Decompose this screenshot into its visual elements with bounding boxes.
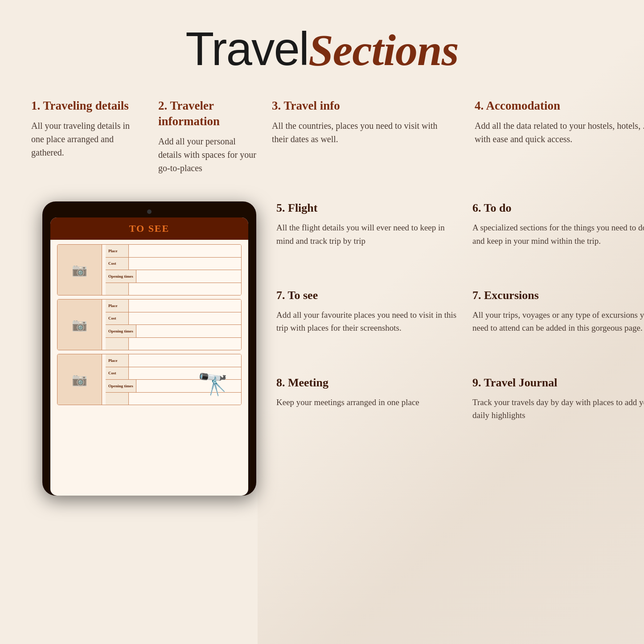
tablet-device: TO SEE DETAILS INFO TRAVEL ACCOMODATION … bbox=[42, 201, 256, 496]
title-area: TravelSections bbox=[31, 22, 613, 76]
value-place-1 bbox=[129, 245, 241, 257]
label-place-1: Place bbox=[106, 245, 129, 257]
camera-icon-2: 📷 bbox=[72, 317, 87, 332]
section-2-title: 2. Traveler information bbox=[158, 98, 258, 129]
field-opening-1: Opening times bbox=[106, 270, 241, 283]
tablet-to-see-title: TO SEE bbox=[56, 223, 243, 234]
page-layout: 1. Traveling details All your traveling … bbox=[31, 98, 613, 496]
value-cost-2 bbox=[129, 312, 241, 325]
place-card-2: 📷 Place Cost bbox=[57, 299, 242, 350]
section-7a: 7. To see Add all your favourite places … bbox=[276, 289, 464, 372]
section-5: 5. Flight All the flight details you wil… bbox=[276, 201, 464, 284]
field-cost-1: Cost bbox=[106, 258, 241, 271]
row1-right: 3. Travel info All the countries, places… bbox=[272, 98, 644, 201]
value-opening-2 bbox=[136, 325, 241, 337]
tablet-content: 📷 Place Cost bbox=[50, 240, 248, 496]
place-card-3: 📷 Place Cost bbox=[57, 354, 242, 405]
section-5-title: 5. Flight bbox=[276, 201, 464, 215]
label-opening-3: Opening times bbox=[106, 380, 136, 392]
field-opening-2: Opening times bbox=[106, 325, 241, 338]
value-cost-1 bbox=[129, 258, 241, 270]
label-opening-1: Opening times bbox=[106, 270, 136, 283]
section-3: 3. Travel info All the countries, places… bbox=[272, 98, 461, 188]
section-7b-desc: All your trips, voyages or any type of e… bbox=[472, 308, 644, 335]
label-extra-2 bbox=[106, 338, 129, 350]
tablet-wrap: TO SEE DETAILS INFO TRAVEL ACCOMODATION … bbox=[31, 201, 267, 496]
section-4-title: 4. Accomodation bbox=[475, 98, 644, 114]
section-3-desc: All the countries, places you need to vi… bbox=[272, 119, 452, 146]
main-container: TravelSections 1. Traveling details All … bbox=[0, 0, 644, 644]
label-extra-3 bbox=[106, 393, 129, 405]
place-card-1: 📷 Place Cost bbox=[57, 244, 242, 295]
section-2: 2. Traveler information Add all your per… bbox=[154, 98, 267, 188]
place-photo-3: 📷 bbox=[57, 354, 102, 405]
section-6-title: 6. To do bbox=[472, 201, 644, 215]
right-sections: 5. Flight All the flight details you wil… bbox=[272, 201, 644, 496]
field-cost-2: Cost bbox=[106, 312, 241, 325]
title-sections: Sections bbox=[308, 25, 458, 75]
value-opening-1 bbox=[136, 270, 241, 283]
label-extra-1 bbox=[106, 283, 129, 295]
section-1-desc: All your traveling details in one place … bbox=[31, 119, 136, 159]
section-1-title: 1. Traveling details bbox=[31, 98, 136, 114]
section-7b-title: 7. Excursions bbox=[472, 289, 644, 302]
row1-left: 1. Traveling details All your traveling … bbox=[31, 98, 267, 201]
label-cost-2: Cost bbox=[106, 312, 129, 325]
section-8-desc: Keep your meetings arranged in one place bbox=[276, 396, 464, 409]
field-place-3: Place bbox=[106, 354, 241, 367]
label-place-3: Place bbox=[106, 354, 129, 367]
camera-icon-3: 📷 bbox=[72, 372, 87, 387]
label-cost-1: Cost bbox=[106, 258, 129, 270]
place-photo-1: 📷 bbox=[57, 245, 102, 295]
field-extra-2 bbox=[106, 338, 241, 350]
place-fields-2: Place Cost Opening times bbox=[106, 299, 241, 350]
value-place-2 bbox=[129, 299, 241, 312]
value-extra-2 bbox=[129, 338, 241, 350]
section-2-desc: Add all your personal details with space… bbox=[158, 135, 258, 175]
label-place-2: Place bbox=[106, 299, 129, 312]
tablet-screen: TO SEE DETAILS INFO TRAVEL ACCOMODATION … bbox=[50, 217, 248, 496]
section-6-desc: A specialized sections for the things yo… bbox=[472, 221, 644, 247]
title-travel: Travel bbox=[185, 23, 308, 75]
camera-icon-1: 📷 bbox=[72, 263, 87, 277]
section-9: 9. Travel Journal Track your travels day… bbox=[472, 376, 644, 459]
place-photo-2: 📷 bbox=[57, 299, 102, 350]
tablet-header: TO SEE DETAILS INFO TRAVEL ACCOMODATION … bbox=[50, 217, 248, 240]
label-opening-2: Opening times bbox=[106, 325, 136, 337]
section-9-desc: Track your travels day by day with place… bbox=[472, 396, 644, 422]
value-extra-1 bbox=[129, 283, 241, 295]
section-5-desc: All the flight details you will ever nee… bbox=[276, 221, 464, 247]
section-7b: 7. Excursions All your trips, voyages or… bbox=[472, 289, 644, 372]
section-7a-title: 7. To see bbox=[276, 289, 464, 302]
label-cost-3: Cost bbox=[106, 367, 129, 380]
section-1: 1. Traveling details All your traveling … bbox=[31, 98, 145, 188]
value-place-3 bbox=[129, 354, 241, 367]
section-8-title: 8. Meeting bbox=[276, 376, 464, 390]
section-6: 6. To do A specialized sections for the … bbox=[472, 201, 644, 284]
section-4-desc: Add all the data related to your hostels… bbox=[475, 119, 644, 146]
section-8: 8. Meeting Keep your meetings arranged i… bbox=[276, 376, 464, 459]
tablet-camera bbox=[147, 209, 152, 214]
place-fields-1: Place Cost Opening times bbox=[106, 245, 241, 295]
section-4: 4. Accomodation Add all the data related… bbox=[470, 98, 644, 188]
field-place-1: Place bbox=[106, 245, 241, 258]
field-place-2: Place bbox=[106, 299, 241, 312]
field-extra-1 bbox=[106, 283, 241, 295]
section-7a-desc: Add all your favourite places you need t… bbox=[276, 308, 464, 335]
section-3-title: 3. Travel info bbox=[272, 98, 452, 114]
section-9-title: 9. Travel Journal bbox=[472, 376, 644, 390]
